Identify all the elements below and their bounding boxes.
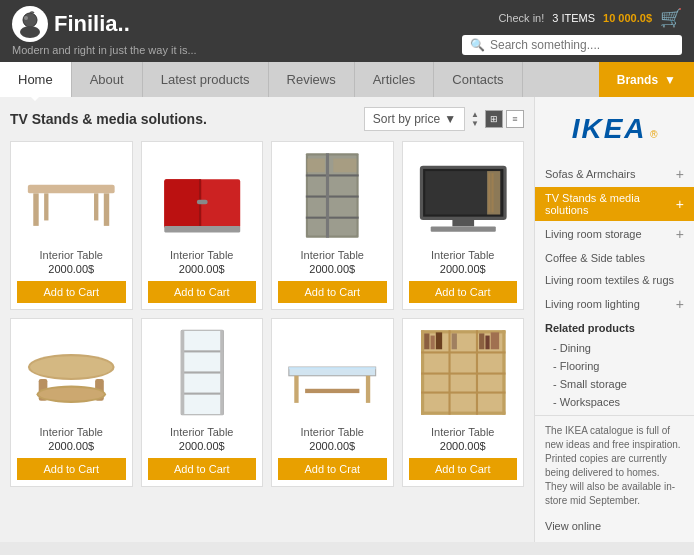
svg-rect-27 xyxy=(488,173,490,212)
sidebar-item-label: Living room textiles & rugs xyxy=(545,274,674,286)
nav-item-home[interactable]: Home xyxy=(0,62,72,97)
search-input[interactable] xyxy=(490,38,674,52)
cart-icon[interactable]: 🛒 xyxy=(660,7,682,29)
grid-view-icon[interactable]: ⊞ xyxy=(485,110,503,128)
svg-rect-28 xyxy=(491,173,493,212)
svg-rect-50 xyxy=(421,412,505,415)
product-price: 2000.00$ xyxy=(278,440,387,452)
sidebar-links: Download for iPhone Download for Android xyxy=(535,536,694,542)
product-image xyxy=(148,148,257,243)
product-image xyxy=(17,148,126,243)
svg-rect-54 xyxy=(448,330,450,414)
sidebar-item-label: Living room storage xyxy=(545,228,642,240)
add-to-cart-button[interactable]: Add to Cart xyxy=(148,458,257,480)
product-image xyxy=(17,325,126,420)
product-name: Interior Table xyxy=(17,426,126,438)
svg-rect-52 xyxy=(421,373,505,375)
main-content: TV Stands & media solutions. Sort by pri… xyxy=(0,97,534,542)
product-price: 2000.00$ xyxy=(17,263,126,275)
logo-icon xyxy=(12,6,48,42)
svg-rect-11 xyxy=(196,200,207,204)
search-bar: 🔍 xyxy=(462,35,682,55)
svg-rect-6 xyxy=(44,193,48,220)
list-view-icon[interactable]: ≡ xyxy=(506,110,524,128)
sidebar: IKEA ® Sofas & Armchairs + TV Stands & m… xyxy=(534,97,694,542)
sidebar-sub-storage[interactable]: - Small storage xyxy=(535,375,694,393)
sidebar-item-coffee[interactable]: Coffee & Side tables xyxy=(535,247,694,269)
product-image xyxy=(278,148,387,243)
view-online-label: View online xyxy=(535,516,694,536)
logo: Finilia.. xyxy=(12,6,197,42)
svg-rect-51 xyxy=(421,351,505,353)
sidebar-item-label: TV Stands & media solutions xyxy=(545,192,676,216)
brands-chevron-icon: ▼ xyxy=(664,73,676,87)
sidebar-item-label: Living room lighting xyxy=(545,298,640,310)
product-name: Interior Table xyxy=(409,249,518,261)
checkin-area: Check in! 3 ITEMS 10 000.0$ 🛒 xyxy=(498,7,682,29)
add-to-cart-button[interactable]: Add to Cart xyxy=(148,281,257,303)
product-card: Interior Table 2000.00$ Add to Cart xyxy=(402,141,525,310)
sort-select[interactable]: Sort by price ▼ xyxy=(364,107,465,131)
search-icon: 🔍 xyxy=(470,38,485,52)
svg-rect-7 xyxy=(94,193,98,220)
sidebar-item-lighting[interactable]: Living room lighting + xyxy=(535,291,694,317)
related-products-header: Related products xyxy=(535,317,694,339)
svg-rect-44 xyxy=(366,376,370,403)
product-card: Interior Table 2000.00$ Add to Crat xyxy=(271,318,394,487)
checkin-label: Check in! xyxy=(498,12,544,24)
nav-item-contacts[interactable]: Contacts xyxy=(434,62,522,97)
sidebar-item-sofas[interactable]: Sofas & Armchairs + xyxy=(535,161,694,187)
add-to-cart-button[interactable]: Add to Cart xyxy=(278,281,387,303)
tagline: Modern and right in just the way it is..… xyxy=(12,44,197,56)
svg-rect-9 xyxy=(164,179,201,228)
svg-rect-4 xyxy=(33,193,38,226)
svg-rect-39 xyxy=(181,330,184,414)
svg-point-0 xyxy=(23,13,37,27)
sidebar-item-textiles[interactable]: Living room textiles & rugs xyxy=(535,269,694,291)
svg-rect-25 xyxy=(430,226,495,231)
add-to-cart-button[interactable]: Add to Crat xyxy=(278,458,387,480)
svg-rect-57 xyxy=(430,336,434,350)
content-area: TV Stands & media solutions. Sort by pri… xyxy=(0,97,694,542)
items-price: 10 000.0$ xyxy=(603,12,652,24)
svg-rect-38 xyxy=(181,393,223,395)
nav-item-about[interactable]: About xyxy=(72,62,143,97)
add-to-cart-button[interactable]: Add to Cart xyxy=(17,281,126,303)
svg-rect-56 xyxy=(424,333,429,349)
product-name: Interior Table xyxy=(409,426,518,438)
plus-icon: + xyxy=(676,226,684,242)
view-icons: ⊞ ≡ xyxy=(485,110,524,128)
sidebar-item-living-storage[interactable]: Living room storage + xyxy=(535,221,694,247)
sort-arrows[interactable]: ▲ ▼ xyxy=(471,110,479,128)
nav-brands[interactable]: Brands ▼ xyxy=(599,62,694,97)
nav-item-articles[interactable]: Articles xyxy=(355,62,435,97)
add-to-cart-button[interactable]: Add to Cart xyxy=(409,458,518,480)
product-grid: Interior Table 2000.00$ Add to Cart Inte… xyxy=(10,141,524,487)
svg-rect-60 xyxy=(479,333,484,349)
svg-rect-59 xyxy=(451,333,456,349)
logo-text: Finilia.. xyxy=(54,11,130,37)
sidebar-sub-flooring[interactable]: - Flooring xyxy=(535,357,694,375)
product-price: 2000.00$ xyxy=(17,440,126,452)
product-price: 2000.00$ xyxy=(148,263,257,275)
brands-label: Brands xyxy=(617,73,658,87)
svg-rect-24 xyxy=(452,220,474,227)
sort-up-icon: ▲ xyxy=(471,110,479,119)
nav-item-reviews[interactable]: Reviews xyxy=(269,62,355,97)
svg-rect-17 xyxy=(306,217,359,219)
sidebar-sub-dining[interactable]: - Dining xyxy=(535,339,694,357)
product-card: Interior Table 2000.00$ Add to Cart xyxy=(10,141,133,310)
sidebar-sub-workspaces[interactable]: - Workspaces xyxy=(535,393,694,411)
add-to-cart-button[interactable]: Add to Cart xyxy=(409,281,518,303)
svg-rect-37 xyxy=(181,371,223,373)
product-card: Interior Table 2000.00$ Add to Cart xyxy=(10,318,133,487)
svg-point-30 xyxy=(30,356,112,378)
download-iphone-link[interactable]: Download for iPhone xyxy=(545,540,684,542)
product-image xyxy=(409,148,518,243)
product-name: Interior Table xyxy=(17,249,126,261)
sidebar-item-tv-stands[interactable]: TV Stands & media solutions + xyxy=(535,187,694,221)
product-card: Interior Table 2000.00$ Add to Cart xyxy=(402,318,525,487)
svg-point-2 xyxy=(24,16,28,20)
add-to-cart-button[interactable]: Add to Cart xyxy=(17,458,126,480)
nav-item-latest[interactable]: Latest products xyxy=(143,62,269,97)
